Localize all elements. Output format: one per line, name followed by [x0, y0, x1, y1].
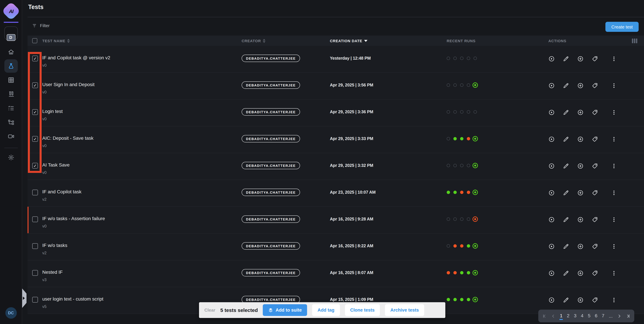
add-to-suite-icon[interactable] — [577, 82, 584, 89]
add-to-suite-icon[interactable] — [577, 216, 584, 223]
test-name[interactable]: IF and Copilot task — [42, 180, 242, 195]
add-to-suite-icon[interactable] — [577, 136, 584, 142]
row-checkbox[interactable] — [32, 216, 38, 222]
archive-tests-button[interactable]: Archive tests — [385, 304, 424, 316]
test-name[interactable]: IF w/o tasks — [42, 234, 242, 248]
sidebar-item-home[interactable] — [4, 45, 18, 59]
edit-icon[interactable] — [563, 216, 569, 223]
edit-icon[interactable] — [563, 109, 569, 115]
sidebar-item-test-tubes[interactable] — [4, 87, 18, 101]
page-number-1[interactable]: 1 — [560, 312, 563, 320]
add-to-suite-icon[interactable] — [577, 163, 584, 169]
filter-button[interactable]: Filter — [32, 23, 50, 28]
test-name[interactable]: user login text - custom script — [42, 287, 242, 302]
column-test-name[interactable]: TEST NAME — [42, 39, 242, 43]
run-test-icon[interactable] — [548, 163, 555, 169]
table-row[interactable]: ✓ AI Task Save v0 DEBADITYA.CHATTERJEE A… — [28, 153, 644, 180]
table-row[interactable]: Nested IF v3 DEBADITYA.CHATTERJEE Apr 16… — [28, 260, 644, 287]
sidebar-item-recordings[interactable] — [4, 130, 18, 143]
edit-icon[interactable] — [563, 55, 569, 62]
add-to-suite-icon[interactable] — [577, 55, 584, 62]
sidebar-item-checklist[interactable] — [4, 102, 18, 115]
page-number-7[interactable]: 7 — [602, 312, 605, 320]
page-number-3[interactable]: 3 — [574, 312, 577, 320]
clear-selection-button[interactable]: Clear — [204, 308, 215, 313]
tag-icon[interactable] — [592, 136, 598, 142]
more-actions-icon[interactable] — [611, 55, 617, 62]
edit-icon[interactable] — [563, 243, 569, 249]
page-number-4[interactable]: 4 — [580, 312, 584, 320]
page-number-6[interactable]: 6 — [594, 312, 598, 320]
edit-icon[interactable] — [563, 297, 569, 303]
table-row[interactable]: ✓ IF and Copilot task @ version v2 v0 DE… — [28, 46, 644, 73]
row-checkbox[interactable]: ✓ — [32, 136, 38, 142]
more-actions-icon[interactable] — [611, 163, 617, 169]
run-test-icon[interactable] — [548, 189, 555, 196]
run-test-icon[interactable] — [548, 243, 555, 249]
edit-icon[interactable] — [563, 163, 569, 169]
test-name[interactable]: IF w/o tasks - Assertion failure — [42, 207, 242, 221]
edit-icon[interactable] — [563, 270, 569, 276]
more-actions-icon[interactable] — [611, 243, 617, 249]
edit-icon[interactable] — [563, 82, 569, 89]
more-actions-icon[interactable] — [611, 270, 617, 276]
run-test-icon[interactable] — [548, 55, 555, 62]
tag-icon[interactable] — [592, 189, 598, 196]
test-name[interactable]: Login test — [42, 100, 242, 114]
column-creation-date[interactable]: CREATION DATE — [330, 39, 447, 43]
tag-icon[interactable] — [592, 243, 598, 249]
row-checkbox[interactable]: ✓ — [32, 163, 38, 168]
edit-icon[interactable] — [563, 189, 569, 196]
add-to-suite-icon[interactable] — [577, 189, 584, 196]
prev-page-button[interactable] — [551, 314, 556, 319]
add-tag-button[interactable]: Add tag — [312, 304, 340, 316]
tag-icon[interactable] — [592, 109, 598, 115]
tag-icon[interactable] — [592, 270, 598, 276]
test-name[interactable]: Nested IF — [42, 260, 242, 275]
edit-icon[interactable] — [563, 136, 569, 142]
user-avatar[interactable]: DC — [5, 307, 16, 319]
more-actions-icon[interactable] — [611, 82, 617, 89]
table-row[interactable]: ✓ User Sign In and Deposit v0 DEBADITYA.… — [28, 73, 644, 100]
create-test-button[interactable]: Create test — [606, 22, 639, 32]
tag-icon[interactable] — [592, 297, 598, 303]
tag-icon[interactable] — [592, 163, 598, 169]
more-actions-icon[interactable] — [611, 297, 617, 303]
run-test-icon[interactable] — [548, 297, 555, 303]
tag-icon[interactable] — [592, 82, 598, 89]
run-test-icon[interactable] — [548, 82, 555, 89]
page-number-2[interactable]: 2 — [566, 312, 570, 320]
row-checkbox[interactable]: ✓ — [32, 56, 38, 61]
table-row[interactable]: ✓ Login test v0 DEBADITYA.CHATTERJEE Apr… — [28, 100, 644, 126]
tag-icon[interactable] — [592, 216, 598, 223]
row-checkbox[interactable] — [32, 270, 38, 276]
more-actions-icon[interactable] — [611, 109, 617, 115]
select-all-checkbox[interactable] — [32, 38, 37, 43]
first-page-button[interactable] — [542, 314, 547, 319]
tag-icon[interactable] — [592, 55, 598, 62]
table-row[interactable]: IF w/o tasks v2 DEBADITYA.CHATTERJEE Apr… — [28, 234, 644, 260]
table-row[interactable]: IF and Copilot task v2 DEBADITYA.CHATTER… — [28, 180, 644, 207]
more-actions-icon[interactable] — [611, 136, 617, 142]
last-page-button[interactable] — [625, 314, 630, 319]
add-to-suite-button[interactable]: Add to suite — [263, 304, 307, 316]
more-actions-icon[interactable] — [611, 216, 617, 223]
row-checkbox[interactable] — [32, 190, 38, 195]
run-test-icon[interactable] — [548, 270, 555, 276]
page-number-5[interactable]: 5 — [588, 312, 591, 320]
test-name[interactable]: IF and Copilot task @ version v2 — [42, 46, 242, 61]
sidebar-item-settings[interactable] — [4, 151, 18, 164]
test-name[interactable]: User Sign In and Deposit — [42, 73, 242, 87]
next-page-button[interactable] — [617, 314, 622, 319]
test-name[interactable]: AI Task Save — [42, 153, 242, 168]
add-to-suite-icon[interactable] — [577, 297, 584, 303]
run-test-icon[interactable] — [548, 136, 555, 142]
sidebar-item-tests[interactable] — [4, 59, 18, 73]
row-checkbox[interactable]: ✓ — [32, 82, 38, 88]
row-checkbox[interactable] — [32, 243, 38, 249]
row-checkbox[interactable]: ✓ — [32, 109, 38, 115]
sidebar-item-data-grid[interactable] — [4, 73, 18, 87]
clone-tests-button[interactable]: Clone tests — [345, 304, 380, 316]
table-row[interactable]: IF w/o tasks - Assertion failure v0 DEBA… — [28, 207, 644, 234]
workspace-switcher[interactable]: D — [4, 26, 18, 40]
